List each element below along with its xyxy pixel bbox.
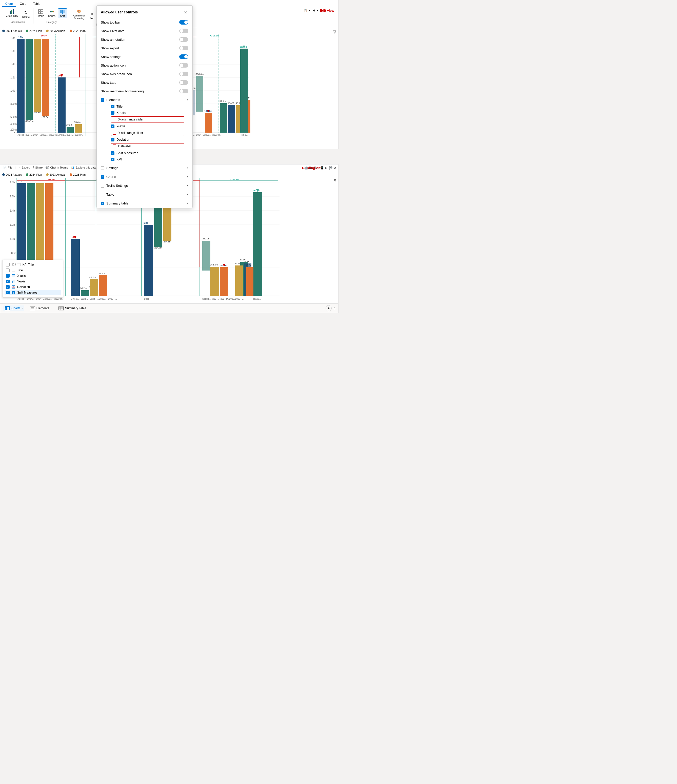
kpi-checkbox[interactable] <box>111 158 114 161</box>
x-axis-checkbox[interactable] <box>111 111 114 115</box>
share-toolbar-item[interactable]: ⤴ Share <box>33 166 42 169</box>
title-checkbox[interactable] <box>111 105 114 108</box>
elements-chevron-icon: ▾ <box>187 98 188 101</box>
trellis-settings-section-header[interactable]: Trellis Settings ▾ <box>101 182 188 189</box>
panel-split-measures-checkbox[interactable] <box>6 291 9 294</box>
show-settings-toggle[interactable] <box>179 54 188 59</box>
reading-legend-2023-actuals: 2023 Actuals <box>46 173 66 176</box>
deviation-checkbox[interactable] <box>111 138 114 142</box>
trellis-settings-checkbox[interactable] <box>101 184 104 188</box>
show-toolbar-toggle[interactable] <box>179 20 188 25</box>
deviation-item[interactable]: Deviation <box>101 136 188 143</box>
summary-table-checkbox[interactable] <box>101 202 104 205</box>
y-axis-item[interactable]: Y-axis <box>101 123 188 129</box>
panel-kpi-title[interactable]: 123 KPI Title <box>5 262 61 268</box>
edit-toolbar-chevron1[interactable]: ▾ <box>317 9 318 12</box>
y-axis-range-slider-checkbox[interactable] <box>113 131 116 135</box>
settings-section-header[interactable]: Settings ▾ <box>101 165 188 171</box>
show-pivot-row: Show Pivot data <box>97 26 192 35</box>
conditional-formatting-button[interactable]: 🎨 Conditionalformatting ▾ <box>72 8 86 23</box>
elements-section-header[interactable]: Elements ▾ <box>101 96 188 103</box>
title-item[interactable]: Title <box>101 103 188 110</box>
show-tabs-toggle[interactable] <box>179 80 188 85</box>
show-axis-break-toggle[interactable] <box>179 72 188 76</box>
panel-kpi-title-checkbox[interactable] <box>6 263 9 266</box>
table-section-header[interactable]: Table ▾ <box>101 191 188 198</box>
panel-yaxis[interactable]: Y-axis <box>5 278 61 284</box>
panel-deviation[interactable]: % Deviation <box>5 284 61 290</box>
panel-xaxis-checkbox[interactable] <box>6 274 9 278</box>
svg-point-8 <box>51 11 53 12</box>
add-button[interactable]: + <box>326 305 332 311</box>
settings-checkbox[interactable] <box>101 166 104 170</box>
panel-yaxis-checkbox[interactable] <box>6 280 9 283</box>
panel-deviation-checkbox[interactable] <box>6 285 9 289</box>
sidebar-item-summary-table[interactable]: Summary Table › <box>57 305 90 311</box>
show-export-toggle[interactable] <box>179 46 188 50</box>
panel-split-measures[interactable]: Split Measures <box>5 290 61 296</box>
modal-close-button[interactable]: ✕ <box>182 9 188 15</box>
edit-toolbar-icon1[interactable]: 🖨 <box>312 8 316 12</box>
show-annotation-toggle[interactable] <box>179 37 188 42</box>
resize-icon[interactable]: ⊡ <box>325 166 328 170</box>
svg-text:1.8b: 1.8b <box>10 181 15 184</box>
svg-text:1.6b: 1.6b <box>10 195 15 198</box>
panel-title[interactable]: Title <box>5 268 61 273</box>
x-axis-range-slider-checkbox[interactable] <box>113 118 116 121</box>
edit-view-label: Edit view <box>320 9 334 12</box>
table-label: Table <box>106 193 114 196</box>
series-button[interactable]: Series <box>47 9 57 18</box>
file-toolbar-item[interactable]: 📄 File <box>3 166 12 169</box>
filter-icon[interactable]: ▽ <box>333 30 336 34</box>
tab-card[interactable]: Card <box>17 1 30 7</box>
split-measures-checkbox[interactable] <box>111 151 114 155</box>
y-axis-range-slider-item[interactable]: Y-axis range slider <box>111 130 184 136</box>
elements-checkbox[interactable] <box>101 98 104 102</box>
sidebar-item-elements[interactable]: Elements › <box>28 305 53 311</box>
summary-table-section-header[interactable]: Summary table ▾ <box>101 200 188 207</box>
panel-title-checkbox[interactable] <box>6 269 9 272</box>
svg-text:200m: 200m <box>10 128 17 131</box>
reading-filter-icon[interactable]: ▽ <box>334 179 336 182</box>
x-axis-range-slider-item[interactable]: X-axis range slider <box>111 117 184 123</box>
show-pivot-toggle[interactable] <box>179 29 188 33</box>
panel-kpi-title-label: KPI Title <box>23 263 34 266</box>
split-measures-item[interactable]: Split Measures <box>101 150 188 156</box>
svg-rect-150 <box>99 275 107 296</box>
kpi-item[interactable]: KPI <box>101 156 188 162</box>
datalabel-checkbox[interactable] <box>113 145 116 148</box>
sidebar-item-charts[interactable]: Charts › <box>3 305 24 311</box>
explore-toolbar-item[interactable]: 📊 Explore this data <box>71 166 96 169</box>
rotate-button[interactable]: ↻ Rotate <box>21 9 31 19</box>
x-axis-item[interactable]: X-axis <box>101 110 188 116</box>
charts-section-header[interactable]: Charts ▾ <box>101 173 188 180</box>
tab-table[interactable]: Table <box>30 1 43 7</box>
sort-button[interactable]: ⇅ Sort <box>87 11 97 20</box>
display-chevron[interactable]: ▾ <box>309 9 310 12</box>
panel-xaxis[interactable]: X-axis <box>5 273 61 278</box>
chart-type-button[interactable]: Chart Type ▾ <box>4 8 20 20</box>
datalabel-item[interactable]: Datalabel <box>111 143 184 149</box>
summary-table-sidebar-label: Summary Table <box>65 306 86 310</box>
svg-rect-51 <box>75 124 82 132</box>
legend-label-2023-actuals: 2023 Actuals <box>50 30 66 33</box>
settings-icon[interactable]: ⚙ <box>334 166 336 170</box>
table-checkbox[interactable] <box>101 193 104 196</box>
show-bookmarking-toggle[interactable] <box>179 89 188 93</box>
copilot-button[interactable]: 🤖 Copilot <box>304 166 318 170</box>
svg-text:2023 P...: 2023 P... <box>49 134 58 135</box>
tab-chart[interactable]: Chart <box>2 1 16 7</box>
comment-icon[interactable]: 💬 <box>329 166 332 170</box>
view-options-icons: 📱 ⊡ 💬 ⚙ <box>320 166 336 170</box>
split-button[interactable]: Split <box>58 8 67 18</box>
trellis-button[interactable]: Trellis <box>36 9 45 18</box>
export-toolbar-item[interactable]: ↑ Export <box>19 166 30 169</box>
charts-checkbox[interactable] <box>101 175 104 179</box>
svg-text:1.6b: 1.6b <box>10 50 16 53</box>
phone-icon[interactable]: 📱 <box>320 166 324 170</box>
show-action-icon-toggle[interactable] <box>179 63 188 68</box>
y-axis-checkbox[interactable] <box>111 124 114 128</box>
panel-split-measures-icon <box>12 291 15 294</box>
chat-toolbar-item[interactable]: 💬 Chat in Teams <box>45 166 68 169</box>
svg-text:400m: 400m <box>10 123 17 126</box>
